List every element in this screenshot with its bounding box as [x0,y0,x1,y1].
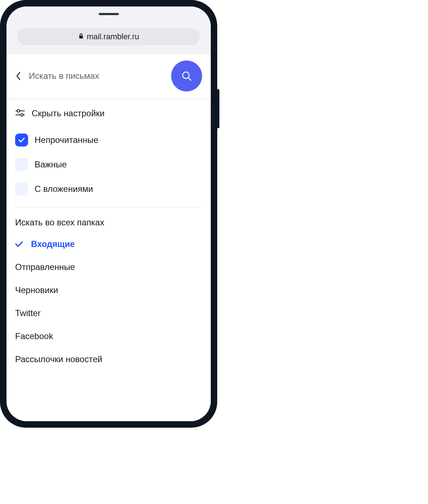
phone-frame: mail.rambler.ru [0,0,217,428]
svg-rect-0 [79,36,83,39]
folder-label: Twitter [15,308,41,318]
filter-row[interactable]: Непрочитанные [6,128,211,152]
app-content: Скрыть настройки НепрочитанныеВажныеС вл… [6,54,211,421]
filter-label: Важные [35,159,67,170]
lock-icon [78,33,84,40]
folder-label: Facebook [15,331,53,341]
search-input[interactable] [29,71,166,81]
address-bar-url: mail.rambler.ru [87,32,139,41]
filter-label: С вложениями [35,184,93,194]
folders-header: Искать во всех папках [15,217,202,228]
folder-label: Рассылочки новостей [15,354,102,364]
filter-row[interactable]: Важные [6,152,211,177]
phone-speaker [99,13,119,15]
phone-screen: mail.rambler.ru [6,6,211,421]
folders-section: Искать во всех папках ВходящиеОтправленн… [6,207,211,371]
hide-settings-button[interactable]: Скрыть настройки [6,98,211,128]
folder-label: Отправленные [15,262,75,272]
filter-label: Непрочитанные [35,135,98,145]
svg-line-2 [188,78,191,80]
settings-label: Скрыть настройки [32,108,104,118]
back-button[interactable] [13,71,24,81]
filter-row[interactable]: С вложениями [6,177,211,201]
address-bar[interactable]: mail.rambler.ru [17,28,200,45]
folder-label: Входящие [31,239,75,249]
checkbox-unchecked[interactable] [15,183,28,195]
checkbox-checked[interactable] [15,134,28,147]
folder-label: Черновики [15,285,58,295]
folder-row[interactable]: Входящие [15,233,202,256]
folder-row[interactable]: Twitter [15,302,202,325]
folder-row[interactable]: Отправленные [15,256,202,279]
search-button[interactable] [171,60,202,91]
folder-row[interactable]: Facebook [15,325,202,348]
search-row [6,54,211,98]
sliders-icon [15,108,25,119]
svg-point-6 [21,114,23,116]
checkbox-unchecked[interactable] [15,158,28,171]
check-icon [15,241,25,247]
svg-point-4 [17,110,20,112]
phone-side-button [217,89,219,128]
folder-row[interactable]: Рассылочки новостей [15,348,202,371]
folder-row[interactable]: Черновики [15,279,202,302]
